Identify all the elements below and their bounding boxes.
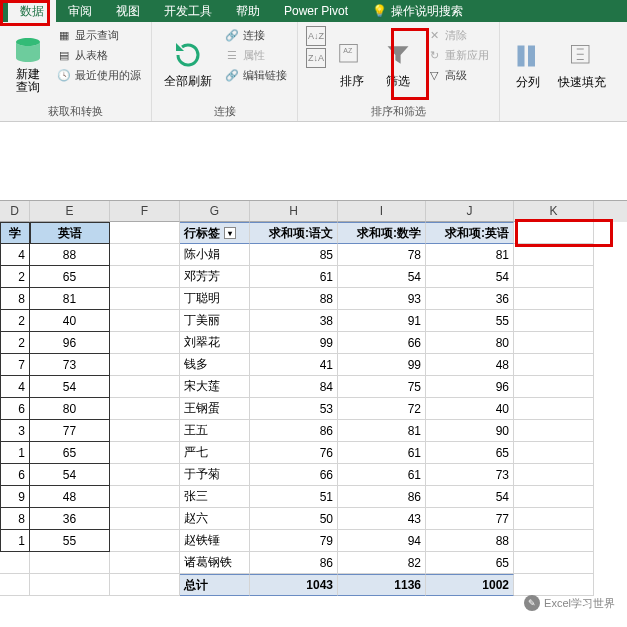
pivot-v2[interactable]: 94 [338,530,426,552]
tab-data[interactable]: 数据 [8,0,56,24]
cell-d[interactable] [0,574,30,596]
flash-fill-button[interactable]: 快速填充 [554,26,610,105]
pivot-v1[interactable]: 76 [250,442,338,464]
cell-e[interactable]: 96 [30,332,110,354]
tab-powerpivot[interactable]: Power Pivot [272,0,360,22]
pivot-name[interactable]: 张三 [180,486,250,508]
cell-d[interactable]: 8 [0,508,30,530]
cell-f[interactable] [110,552,180,574]
cell-k[interactable] [514,244,594,266]
tab-help[interactable]: 帮助 [224,0,272,24]
pivot-name[interactable]: 严七 [180,442,250,464]
cell-f[interactable] [110,508,180,530]
pivot-v1[interactable]: 86 [250,552,338,574]
pivot-v3[interactable]: 65 [426,442,514,464]
pivot-total-label[interactable]: 总计 [180,574,250,596]
pivot-name[interactable]: 丁聪明 [180,288,250,310]
pivot-rowlabel[interactable]: 行标签▾ [180,222,250,244]
col-header-H[interactable]: H [250,201,338,222]
tab-view[interactable]: 视图 [104,0,152,24]
pivot-name[interactable]: 于予菊 [180,464,250,486]
cell-e[interactable]: 48 [30,486,110,508]
cell-k[interactable] [514,486,594,508]
pivot-v1[interactable]: 99 [250,332,338,354]
cell-d[interactable]: 8 [0,288,30,310]
cell-d[interactable]: 6 [0,464,30,486]
cell-k[interactable] [514,354,594,376]
pivot-v1[interactable]: 86 [250,420,338,442]
pivot-name[interactable]: 邓芳芳 [180,266,250,288]
pivot-hdr-1[interactable]: 求和项:语文 [250,222,338,244]
col-header-J[interactable]: J [426,201,514,222]
pivot-v3[interactable]: 48 [426,354,514,376]
pivot-v1[interactable]: 61 [250,266,338,288]
col-header-F[interactable]: F [110,201,180,222]
tell-me[interactable]: 💡 操作说明搜索 [360,0,475,24]
cell-k[interactable] [514,398,594,420]
sort-desc-button[interactable]: Z↓A [306,48,326,68]
cell-f[interactable] [110,398,180,420]
cell-k[interactable] [514,574,594,596]
pivot-v2[interactable]: 82 [338,552,426,574]
cell-f[interactable] [110,310,180,332]
pivot-v2[interactable]: 91 [338,310,426,332]
tab-dev[interactable]: 开发工具 [152,0,224,24]
cell-d[interactable]: 4 [0,376,30,398]
advanced-button[interactable]: ▽高级 [424,66,491,84]
pivot-v1[interactable]: 53 [250,398,338,420]
pivot-v3[interactable]: 80 [426,332,514,354]
cell-f[interactable] [110,574,180,596]
text-to-columns-button[interactable]: 分列 [508,26,548,105]
pivot-total-2[interactable]: 1136 [338,574,426,596]
pivot-v3[interactable]: 40 [426,398,514,420]
cell-k[interactable] [514,376,594,398]
pivot-v1[interactable]: 38 [250,310,338,332]
pivot-v2[interactable]: 78 [338,244,426,266]
sort-asc-button[interactable]: A↓Z [306,26,326,46]
cell-e[interactable]: 65 [30,442,110,464]
pivot-hdr-3[interactable]: 求和项:英语 [426,222,514,244]
cell-d[interactable]: 1 [0,442,30,464]
pivot-name[interactable]: 诸葛钢铁 [180,552,250,574]
pivot-name[interactable]: 王五 [180,420,250,442]
pivot-v3[interactable]: 65 [426,552,514,574]
pivot-v2[interactable]: 86 [338,486,426,508]
hdr-d[interactable]: 学 [0,222,30,244]
cell-f[interactable] [110,530,180,552]
clear-button[interactable]: ✕清除 [424,26,491,44]
pivot-name[interactable]: 赵铁锤 [180,530,250,552]
cell-f[interactable] [110,332,180,354]
pivot-name[interactable]: 王钢蛋 [180,398,250,420]
cell-f[interactable] [110,288,180,310]
cell-k[interactable] [514,552,594,574]
sort-button[interactable]: AZ 排序 [332,26,372,102]
pivot-v3[interactable]: 54 [426,266,514,288]
cell-k[interactable] [514,442,594,464]
cell-d[interactable]: 1 [0,530,30,552]
cell-d[interactable]: 3 [0,420,30,442]
pivot-name[interactable]: 陈小娟 [180,244,250,266]
cell-f[interactable] [110,376,180,398]
pivot-v2[interactable]: 81 [338,420,426,442]
recent-sources-button[interactable]: 🕓最近使用的源 [54,66,143,84]
cell-d[interactable] [0,552,30,574]
pivot-v1[interactable]: 85 [250,244,338,266]
cell-f[interactable] [110,420,180,442]
cell-e[interactable]: 88 [30,244,110,266]
cell-k[interactable] [514,266,594,288]
cell-e[interactable]: 54 [30,464,110,486]
cell-e[interactable] [30,574,110,596]
cell-f[interactable] [110,222,180,244]
pivot-v2[interactable]: 75 [338,376,426,398]
refresh-all-button[interactable]: 全部刷新 [160,26,216,102]
pivot-total-1[interactable]: 1043 [250,574,338,596]
pivot-v2[interactable]: 61 [338,442,426,464]
connections-button[interactable]: 🔗连接 [222,26,289,44]
pivot-v2[interactable]: 66 [338,332,426,354]
cell-d[interactable]: 7 [0,354,30,376]
pivot-name[interactable]: 宋大莲 [180,376,250,398]
dropdown-icon[interactable]: ▾ [224,227,236,239]
cell-e[interactable]: 73 [30,354,110,376]
properties-button[interactable]: ☰属性 [222,46,289,64]
pivot-v2[interactable]: 54 [338,266,426,288]
